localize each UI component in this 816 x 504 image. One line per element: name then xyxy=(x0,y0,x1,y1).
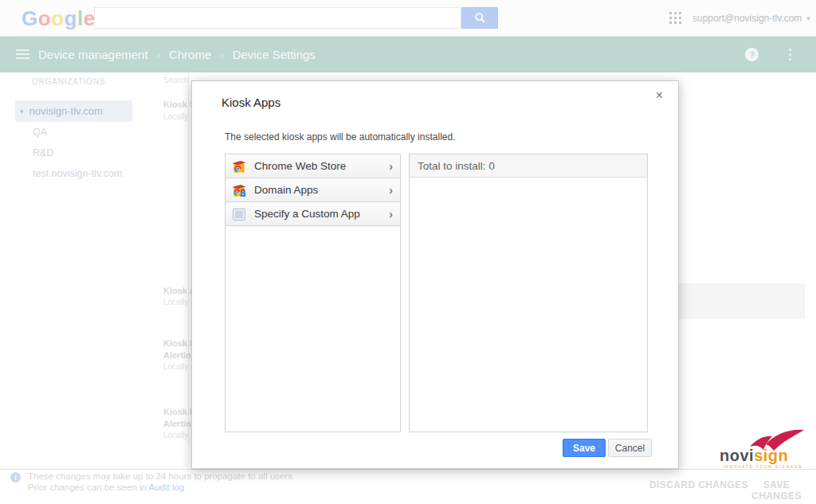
breadcrumb-chrome[interactable]: Chrome xyxy=(169,48,211,61)
bg-fragment: Search xyxy=(163,76,189,84)
logo-letter: o xyxy=(51,6,64,30)
chevron-right-icon: › xyxy=(389,160,393,173)
logo-letter: G xyxy=(22,6,38,30)
breadcrumb: Device management › Chrome › Device Sett… xyxy=(38,37,316,72)
search-button[interactable] xyxy=(461,7,498,29)
novisign-logo: novisign INNOVATE YOUR SIGNAGE xyxy=(718,431,810,469)
help-icon[interactable]: ? xyxy=(745,48,759,61)
save-button[interactable]: Save xyxy=(563,439,606,457)
account-menu[interactable]: support@novisign-tlv.com ▾ xyxy=(692,0,810,37)
help-glyph: ? xyxy=(749,50,755,60)
breadcrumb-bar: Device management › Chrome › Device Sett… xyxy=(0,37,816,72)
app-source-list: Chrome Web Store › Domain Apps xyxy=(225,154,401,432)
custom-app-icon xyxy=(231,206,247,222)
logo-letter: o xyxy=(38,6,51,30)
bg-fragment: Locally xyxy=(163,431,188,440)
novisign-wordmark: novisign xyxy=(720,447,788,463)
kebab-menu-icon[interactable] xyxy=(789,49,792,63)
chrome-web-store-icon xyxy=(231,158,247,174)
breadcrumb-device-management[interactable]: Device management xyxy=(38,48,148,61)
google-logo: Google xyxy=(22,6,96,31)
footer-divider xyxy=(0,469,816,470)
apps-grid-icon[interactable] xyxy=(669,12,682,25)
footer-notice-line1: These changes may take up to 24 hours to… xyxy=(28,471,295,481)
bg-fragment: Locally xyxy=(163,112,188,121)
chevron-right-icon: › xyxy=(389,208,393,221)
footer-notice-line2: Prior changes can be seen in Audit log xyxy=(28,483,184,492)
discard-changes-button[interactable]: DISCARD CHANGES xyxy=(649,479,748,490)
audit-log-link[interactable]: Audit log xyxy=(149,483,185,492)
bg-fragment: Alertin xyxy=(163,419,191,428)
account-email: support@novisign-tlv.com xyxy=(692,13,802,24)
menu-icon[interactable] xyxy=(16,49,29,61)
chevron-right-icon: › xyxy=(389,184,393,197)
info-icon: i xyxy=(10,472,21,483)
sidebar-item-novisign-tlv[interactable]: ▾ novisign-tlv.com xyxy=(15,100,132,122)
caret-down-icon: ▾ xyxy=(20,107,24,115)
source-domain-apps[interactable]: Domain Apps › xyxy=(226,178,400,202)
source-label: Specify a Custom App xyxy=(254,208,360,220)
dialog-title: Kiosk Apps xyxy=(222,96,280,109)
bg-fragment: Locally xyxy=(163,298,188,307)
total-to-install-header: Total to install: 0 xyxy=(410,154,647,178)
sidebar-item-rd[interactable]: R&D xyxy=(33,147,53,158)
breadcrumb-separator: › xyxy=(220,49,223,61)
bg-fragment: Locally xyxy=(163,362,188,371)
sidebar-item-test-novisign[interactable]: test.novisign-tlv.com xyxy=(33,168,122,179)
source-chrome-web-store[interactable]: Chrome Web Store › xyxy=(226,154,400,178)
close-icon[interactable]: × xyxy=(653,86,666,105)
sidebar-divider xyxy=(188,72,189,446)
selected-apps-panel: Total to install: 0 xyxy=(409,154,648,432)
source-label: Chrome Web Store xyxy=(254,160,346,172)
cancel-button[interactable]: Cancel xyxy=(608,439,652,457)
organizations-heading: ORGANIZATIONS xyxy=(32,77,105,86)
source-label: Domain Apps xyxy=(254,184,318,196)
breadcrumb-device-settings[interactable]: Device Settings xyxy=(233,48,316,61)
sidebar-item-label: novisign-tlv.com xyxy=(29,105,103,117)
screen: Google support@novisign-tlv.com ▾ Device… xyxy=(0,0,816,504)
save-changes-button[interactable]: SAVE CHANGES xyxy=(737,479,816,502)
search-icon xyxy=(474,12,486,24)
caret-down-icon: ▾ xyxy=(806,14,810,22)
kiosk-apps-dialog: × Kiosk Apps The selected kiosk apps wil… xyxy=(191,80,679,469)
domain-apps-icon xyxy=(231,182,247,198)
search-input[interactable] xyxy=(94,7,461,29)
topbar: Google support@novisign-tlv.com ▾ xyxy=(0,0,816,37)
source-custom-app[interactable]: Specify a Custom App › xyxy=(226,202,400,226)
breadcrumb-separator: › xyxy=(157,49,160,61)
sidebar-item-qa[interactable]: QA xyxy=(33,127,47,138)
novisign-tagline: INNOVATE YOUR SIGNAGE xyxy=(723,464,802,469)
bg-row-highlight xyxy=(679,283,805,319)
dialog-description: The selected kiosk apps will be automati… xyxy=(225,131,455,143)
logo-letter: g xyxy=(65,6,77,30)
logo-letter: l xyxy=(77,6,84,30)
bg-fragment: Alertin xyxy=(163,350,191,360)
